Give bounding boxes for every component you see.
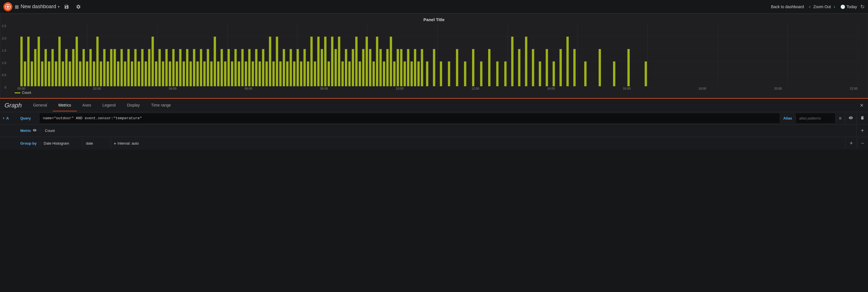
svg-rect-101 (286, 61, 288, 86)
svg-rect-139 (417, 61, 420, 86)
tab-legend[interactable]: Legend (97, 99, 121, 111)
svg-rect-123 (362, 49, 364, 86)
grafana-logo[interactable] (3, 2, 12, 11)
svg-rect-165 (627, 49, 630, 86)
svg-rect-155 (532, 49, 534, 86)
svg-rect-128 (379, 49, 381, 86)
query-delete-button[interactable] (857, 113, 868, 124)
query-input[interactable] (39, 113, 780, 123)
svg-rect-126 (373, 61, 375, 86)
query-row-actions: ≡ (835, 113, 868, 124)
svg-rect-127 (376, 37, 378, 86)
svg-rect-44 (89, 49, 92, 86)
metric-eye-icon[interactable] (33, 128, 37, 133)
svg-rect-89 (245, 61, 247, 86)
svg-rect-45 (93, 61, 95, 86)
svg-rect-68 (172, 49, 175, 86)
metric-value: Count (40, 126, 857, 136)
save-button[interactable] (62, 3, 71, 11)
svg-rect-80 (214, 37, 216, 86)
svg-rect-118 (345, 49, 347, 86)
editor-body: ▼ A Query Alias ≡ (0, 112, 868, 150)
svg-rect-28 (34, 49, 36, 86)
metric-add-button[interactable]: + (857, 125, 868, 136)
query-toggle-button[interactable]: ≡ (836, 113, 845, 124)
svg-rect-65 (162, 61, 164, 86)
svg-rect-154 (525, 37, 527, 86)
zoom-prev-button[interactable]: ‹ (807, 4, 812, 10)
groupby-interval[interactable]: ▶ Interval: auto (111, 138, 845, 148)
svg-rect-67 (169, 61, 171, 86)
svg-rect-92 (255, 49, 257, 86)
query-visibility-button[interactable] (845, 113, 857, 124)
dashboard-icon: ▦ (15, 4, 19, 9)
zoom-out-label: Zoom Out (813, 4, 831, 9)
svg-rect-145 (456, 49, 458, 86)
groupby-date-field[interactable]: date (83, 138, 111, 148)
dashboard-caret: ▾ (58, 5, 60, 9)
zoom-next-button[interactable]: › (832, 4, 837, 10)
graph-label: Graph (4, 102, 22, 109)
metric-row: Metric Count + (0, 125, 868, 137)
svg-rect-134 (400, 49, 402, 86)
query-row: ▼ A Query Alias ≡ (0, 112, 868, 125)
tab-time-range[interactable]: Time range (146, 99, 177, 111)
svg-rect-160 (566, 37, 569, 86)
svg-rect-31 (44, 49, 47, 86)
svg-rect-32 (48, 61, 50, 86)
dashboard-title-area[interactable]: ▦ New dashboard ▾ (15, 4, 60, 9)
tab-display[interactable]: Display (121, 99, 146, 111)
svg-rect-121 (355, 37, 358, 86)
tab-general[interactable]: General (27, 99, 53, 111)
svg-rect-93 (258, 61, 261, 86)
svg-rect-63 (155, 61, 157, 86)
query-label: Query (17, 116, 39, 120)
groupby-interval-label: Interval: auto (118, 141, 139, 145)
svg-rect-60 (145, 61, 147, 86)
svg-rect-153 (518, 49, 520, 86)
settings-button[interactable] (73, 3, 83, 11)
svg-rect-163 (599, 49, 601, 86)
svg-rect-27 (31, 61, 33, 86)
svg-rect-131 (390, 37, 392, 86)
tab-metrics[interactable]: Metrics (53, 99, 77, 111)
svg-rect-148 (480, 61, 482, 86)
editor-close-button[interactable]: × (860, 102, 864, 109)
svg-rect-91 (252, 61, 254, 86)
svg-rect-133 (397, 49, 399, 86)
svg-rect-147 (472, 49, 474, 86)
svg-rect-39 (72, 49, 74, 86)
svg-rect-132 (393, 61, 395, 86)
svg-rect-105 (300, 61, 302, 86)
svg-rect-59 (141, 49, 144, 86)
svg-rect-36 (62, 61, 64, 86)
svg-rect-157 (546, 49, 548, 86)
panel-title: Panel Title (5, 17, 863, 22)
groupby-field[interactable]: Date Histogram (40, 138, 83, 148)
svg-rect-82 (220, 49, 223, 86)
tab-axes[interactable]: Axes (77, 99, 97, 111)
alias-input[interactable] (796, 113, 835, 123)
svg-rect-146 (464, 61, 466, 86)
today-button[interactable]: 🕐 Today (840, 4, 857, 9)
svg-rect-102 (290, 49, 292, 86)
svg-rect-49 (106, 61, 109, 86)
svg-rect-96 (269, 37, 271, 86)
groupby-remove-button[interactable]: − (857, 138, 868, 149)
svg-rect-87 (238, 61, 240, 86)
refresh-button[interactable]: ↻ (860, 4, 865, 10)
dashboard-title: New dashboard (21, 4, 56, 9)
svg-rect-113 (328, 61, 330, 86)
svg-rect-78 (207, 49, 209, 86)
row-caret[interactable]: ▼ (2, 117, 5, 120)
svg-rect-129 (383, 61, 385, 86)
svg-rect-35 (58, 37, 61, 86)
metric-label: Metric (20, 129, 31, 133)
svg-rect-94 (262, 49, 264, 86)
svg-rect-54 (124, 61, 126, 86)
groupby-add-button[interactable]: + (846, 138, 857, 149)
back-to-dashboard-link[interactable]: Back to dashboard (771, 4, 804, 9)
groupby-actions: + − (845, 138, 868, 149)
row-letter: A (6, 116, 9, 120)
svg-rect-79 (210, 61, 213, 86)
